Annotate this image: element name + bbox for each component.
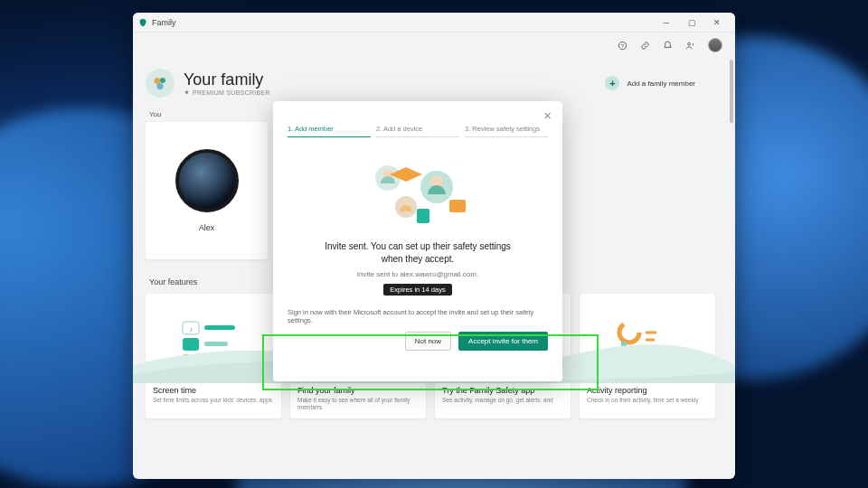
feature-card-activity[interactable]: Activity reporting Check in on their act… [580,294,715,418]
svg-text:♪: ♪ [189,325,193,333]
feature-card-screen-time[interactable]: ♪ Screen time Set time limits across you… [146,294,281,418]
modal-illustration [288,152,548,233]
help-icon[interactable]: ? [618,41,627,51]
window-minimize-button[interactable]: ─ [654,18,679,27]
step-review-safety[interactable]: 3. Review safety settings [465,125,548,137]
svg-rect-27 [417,209,429,223]
svg-point-4 [160,78,165,83]
svg-text:?: ? [621,42,625,48]
svg-point-16 [619,323,639,343]
svg-point-2 [688,42,691,45]
invite-sent-modal: ✕ 1. Add member 2. Add a device 3. Revie… [273,101,562,381]
titlebar: Family ─ ▢ ✕ [133,13,735,33]
svg-rect-19 [629,351,635,363]
svg-rect-8 [183,354,199,367]
family-icon [146,69,175,98]
page-title: Your family [184,70,270,89]
modal-close-button[interactable]: ✕ [543,110,552,122]
modal-stepper: 1. Add member 2. Add a device 3. Review … [288,125,548,137]
signin-hint: Sign in now with their Microsoft account… [288,308,548,324]
expiry-badge: Expires in 14 days [383,284,451,296]
app-icon [138,18,147,27]
accept-invite-button[interactable]: Accept invite for them [458,332,548,351]
svg-rect-18 [621,342,627,363]
plus-icon: + [605,76,619,90]
svg-rect-11 [204,358,231,362]
you-name: Alex [199,223,215,232]
window-title: Family [152,18,176,27]
toolbar: ? [133,33,735,58]
you-card[interactable]: Alex [146,122,268,259]
modal-title: Invite sent. You can set up their safety… [288,240,548,265]
scrollbar[interactable] [730,60,733,123]
svg-rect-9 [204,325,235,330]
not-now-button[interactable]: Not now [405,332,451,351]
notification-icon[interactable] [663,41,673,51]
you-avatar [175,149,239,212]
people-icon[interactable] [685,41,695,51]
window-maximize-button[interactable]: ▢ [679,18,704,27]
link-icon[interactable] [640,41,650,51]
add-family-member-button[interactable]: + Add a family member [605,76,695,90]
svg-rect-17 [613,347,618,363]
svg-rect-26 [449,200,466,212]
user-avatar[interactable] [708,38,722,52]
modal-sent-to: Invite sent to alex.wawro@gmail.com. [288,270,548,278]
step-add-device[interactable]: 2. Add a device [376,125,459,137]
step-add-member[interactable]: 1. Add member [288,125,371,137]
svg-rect-10 [204,342,228,346]
svg-rect-7 [183,338,199,351]
svg-point-3 [155,78,161,84]
svg-point-5 [157,83,164,89]
window-close-button[interactable]: ✕ [704,18,730,27]
subscriber-badge: PREMIUM SUBSCRIBER [184,89,270,96]
